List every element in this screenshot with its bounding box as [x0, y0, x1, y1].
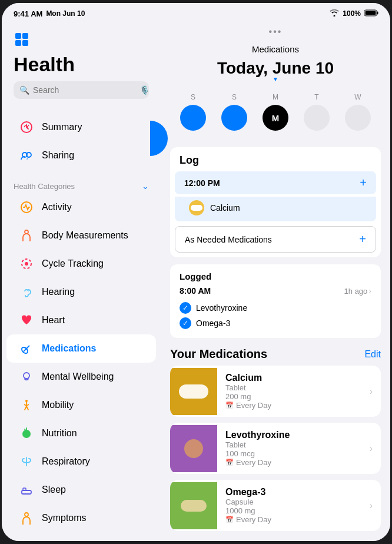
sidebar-item-symptoms[interactable]: Symptoms [6, 504, 156, 532]
mental-wellbeing-label: Mental Wellbeing [42, 371, 114, 382]
sidebar-item-respiratory[interactable]: Respiratory [6, 447, 156, 476]
calcium-name: Calcium [210, 203, 240, 213]
day-label-1: S [232, 93, 237, 101]
omega3-info: Omega-3 Capsule 1000 mg 📅 Every Day [217, 480, 370, 531]
date-label[interactable]: Today, June 10 [217, 59, 334, 78]
check-icon-omega3: ✓ [180, 317, 191, 329]
log-plus-button[interactable]: + [360, 176, 367, 190]
day-circle-3 [304, 105, 330, 131]
day-item-0[interactable]: S [180, 93, 206, 131]
med-card-omega3[interactable]: Omega-3 Capsule 1000 mg 📅 Every Day › [170, 480, 381, 531]
levothyroxine-info: Levothyroxine Tablet 100 mcg 📅 Every Day [217, 423, 370, 474]
day-item-3[interactable]: T [304, 93, 330, 131]
med-card-levothyroxine[interactable]: Levothyroxine Tablet 100 mcg 📅 Every Day… [170, 423, 381, 474]
log-section: Log 12:00 PM + Calcium As Needed Medicat… [170, 147, 381, 257]
svg-rect-1 [377, 11, 378, 14]
omega3-med-freq: 📅 Every Day [225, 515, 365, 524]
day-label-4: W [354, 93, 361, 101]
search-bar[interactable]: 🔍 🎙️ [14, 81, 149, 99]
edit-button[interactable]: Edit [364, 349, 381, 360]
day-item-2[interactable]: M M [263, 93, 288, 131]
svg-rect-2 [366, 11, 376, 15]
calcium-med-dose: 200 mg [225, 392, 365, 401]
omega3-thumb [170, 482, 217, 529]
log-med-calcium[interactable]: Calcium [175, 197, 376, 221]
activity-icon [18, 199, 35, 215]
medications-icon [18, 340, 35, 357]
cycle-tracking-icon [18, 256, 35, 272]
mic-icon[interactable]: 🎙️ [139, 85, 150, 95]
search-input[interactable] [33, 85, 136, 95]
sidebar-item-sharing[interactable]: Sharing [6, 141, 156, 170]
svg-rect-18 [22, 490, 31, 494]
sharing-label: Sharing [42, 150, 74, 161]
check-icon-levothyroxine: ✓ [180, 302, 191, 314]
sidebar-item-sleep[interactable]: Sleep [6, 476, 156, 504]
hearing-label: Hearing [42, 287, 75, 297]
levothyroxine-chevron: › [370, 443, 381, 454]
summary-icon [18, 119, 35, 135]
body-measurements-icon [18, 227, 35, 244]
add-medication-button[interactable]: Add Medication [161, 537, 390, 541]
log-time-row[interactable]: 12:00 PM + [175, 171, 376, 194]
logged-med-omega3: ✓ Omega-3 [180, 316, 371, 331]
omega3-chevron: › [370, 500, 381, 511]
calcium-pill [179, 384, 208, 399]
sidebar-item-vitals[interactable]: Vitals [6, 532, 156, 541]
day-item-1[interactable]: S [221, 93, 247, 131]
svg-point-12 [25, 262, 28, 266]
sidebar-item-body-measurements[interactable]: Body Measurements [6, 221, 156, 250]
three-dots[interactable]: ••• [161, 24, 390, 38]
omega3-med-type: Capsule [225, 497, 365, 506]
wifi-icon [330, 9, 339, 18]
calcium-med-name: Calcium [225, 373, 365, 383]
time: 9:41 AM [14, 9, 42, 18]
calcium-info: Calcium Tablet 200 mg 📅 Every Day [217, 366, 370, 417]
your-medications-header: Your Medications Edit [161, 345, 390, 366]
week-strip: S S M M T W [161, 87, 390, 140]
summary-label: Summary [42, 122, 82, 132]
as-needed-row[interactable]: As Needed Medications + [175, 226, 376, 253]
sidebar-item-summary[interactable]: Summary [6, 113, 156, 141]
medications-label: Medications [42, 343, 96, 354]
cycle-tracking-label: Cycle Tracking [42, 258, 104, 269]
day-circle-4 [345, 105, 371, 131]
app-title: Health [14, 54, 149, 75]
logged-omega3-name: Omega-3 [196, 319, 230, 328]
grid-icon [14, 31, 149, 50]
svg-rect-3 [15, 33, 21, 39]
sidebar-item-cycle-tracking[interactable]: Cycle Tracking [6, 250, 156, 278]
day-item-4[interactable]: W [345, 93, 371, 131]
sidebar-item-mental-wellbeing[interactable]: Mental Wellbeing [6, 363, 156, 391]
logged-time-row[interactable]: 8:00 AM 1h ago › [180, 286, 371, 296]
mobility-label: Mobility [42, 400, 74, 410]
sidebar: Health 🔍 🎙️ Summary Sharing [2, 24, 161, 541]
sidebar-item-heart[interactable]: Heart [6, 306, 156, 334]
sidebar-item-medications[interactable]: Medications [6, 334, 156, 363]
log-time: 12:00 PM [184, 178, 220, 188]
sidebar-item-hearing[interactable]: Hearing [6, 278, 156, 306]
omega3-med-name: Omega-3 [225, 487, 365, 497]
sidebar-item-activity[interactable]: Activity [6, 193, 156, 221]
med-card-calcium[interactable]: Calcium Tablet 200 mg 📅 Every Day › [170, 366, 381, 417]
svg-rect-5 [15, 40, 21, 46]
heart-label: Heart [42, 315, 65, 326]
calcium-chevron: › [370, 386, 381, 397]
health-categories-title: Health Categories [14, 182, 75, 191]
day-label-3: T [314, 93, 318, 101]
calcium-med-type: Tablet [225, 383, 365, 392]
day-label-0: S [191, 93, 195, 101]
vitals-icon [18, 538, 35, 541]
health-categories-chevron[interactable]: ⌄ [142, 181, 149, 191]
sidebar-item-nutrition[interactable]: Nutrition [6, 419, 156, 447]
logged-section: Logged 8:00 AM 1h ago › ✓ Levothyroxine … [170, 264, 381, 338]
as-needed-plus-button[interactable]: + [359, 233, 366, 246]
symptoms-icon [18, 510, 35, 526]
sidebar-item-mobility[interactable]: Mobility [6, 391, 156, 419]
levothyroxine-pill [184, 439, 203, 458]
search-icon: 🔍 [19, 85, 29, 95]
svg-point-15 [24, 373, 29, 379]
logged-time: 8:00 AM [180, 286, 211, 296]
day-circle-0 [180, 105, 206, 131]
body-measurements-label: Body Measurements [42, 230, 128, 241]
